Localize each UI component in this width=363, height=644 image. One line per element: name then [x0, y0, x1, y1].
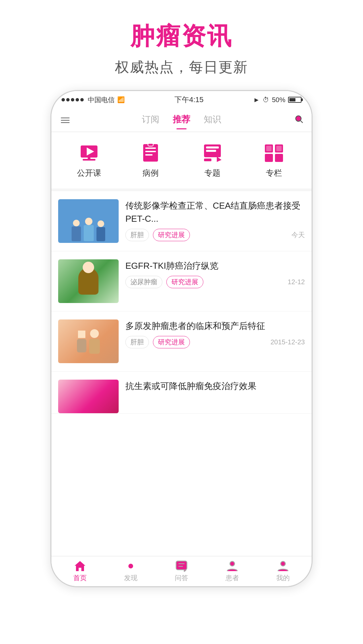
person-head-1 [73, 220, 80, 226]
phone-frame: 中国电信 📶 下午4:15 ► ⏱ 50% 订阅 推荐 知识 [50, 90, 313, 587]
news-meta-1: 肝胆 研究进展 今天 [125, 229, 305, 241]
mine-icon [276, 560, 290, 572]
column-label: 专栏 [266, 168, 282, 178]
news-title-2: EGFR-TKI肺癌治疗纵览 [125, 259, 305, 272]
category-column[interactable]: 专栏 [262, 142, 286, 178]
case-label: 病例 [143, 168, 159, 178]
patient-label: 患者 [226, 573, 239, 583]
news-item-2[interactable]: EGFR-TKI肺癌治疗纵览 泌尿肿瘤 研究进展 12-12 [51, 251, 312, 311]
bottom-nav-home[interactable]: 首页 [63, 560, 97, 583]
alarm-icon: ⏱ [263, 96, 269, 104]
news-title-1: 传统影像学检查正常、CEA结直肠癌患者接受PET-C... [125, 199, 305, 225]
battery-percent: 50% [272, 96, 285, 104]
news-item-3[interactable]: 多原发肿瘤患者的临床和预产后特征 肝胆 研究进展 2015-12-23 [51, 311, 312, 372]
page-title: 肿瘤资讯 [115, 20, 248, 52]
care-person-1 [77, 331, 86, 352]
signal-dot-2 [66, 98, 70, 101]
care-image [58, 319, 119, 363]
news-date-3: 2015-12-23 [271, 338, 305, 346]
news-content-2: EGFR-TKI肺癌治疗纵览 泌尿肿瘤 研究进展 12-12 [125, 259, 305, 288]
svg-rect-21 [276, 146, 282, 151]
column-icon [262, 142, 286, 164]
care-person-2 [89, 329, 100, 354]
news-list: 传统影像学检查正常、CEA结直肠癌患者接受PET-C... 肝胆 研究进展 今天… [51, 191, 312, 556]
food-image [58, 380, 119, 413]
topic-icon [200, 142, 225, 164]
bottom-nav-mine[interactable]: 我的 [266, 560, 300, 583]
svg-rect-23 [176, 561, 187, 570]
svg-rect-8 [145, 151, 156, 152]
opencourse-icon [77, 142, 101, 164]
svg-rect-5 [88, 158, 90, 160]
home-label: 首页 [73, 573, 87, 583]
tab-knowledge[interactable]: 知识 [204, 114, 221, 127]
news-meta-3: 肝胆 研究进展 2015-12-23 [125, 336, 305, 348]
carrier-label: 中国电信 [88, 95, 115, 104]
bottom-nav-ask[interactable]: 问答 [165, 560, 198, 583]
svg-rect-14 [206, 150, 216, 152]
case-icon [138, 142, 163, 164]
svg-marker-22 [75, 561, 85, 571]
svg-rect-18 [265, 154, 273, 162]
news-item-1[interactable]: 传统影像学检查正常、CEA结直肠癌患者接受PET-C... 肝胆 研究进展 今天 [51, 191, 312, 251]
person-1 [72, 220, 81, 241]
page-subtitle: 权威热点，每日更新 [115, 58, 248, 77]
person-head-3 [97, 220, 104, 227]
news-image-2 [58, 259, 119, 303]
svg-rect-13 [206, 146, 219, 148]
person-head-2 [85, 218, 92, 225]
news-title-4: 抗生素或可降低肿瘤免疫治疗效果 [125, 380, 305, 393]
svg-rect-19 [275, 154, 283, 162]
news-title-3: 多原发肿瘤患者的临床和预产后特征 [125, 319, 305, 333]
status-bar: 中国电信 📶 下午4:15 ► ⏱ 50% [51, 91, 312, 109]
discover-dot-icon [128, 564, 133, 568]
care-head-1 [78, 331, 85, 338]
bottom-nav-patient[interactable]: 患者 [215, 560, 249, 583]
tabs-center: 订阅 推荐 知识 [142, 114, 221, 127]
hamburger-line-2 [61, 120, 70, 121]
bottom-nav-discover[interactable]: 发现 [114, 560, 148, 583]
care-body-1 [77, 339, 86, 352]
news-image-4 [58, 380, 119, 413]
search-button[interactable] [294, 114, 304, 126]
svg-rect-10 [148, 143, 153, 146]
news-content-1: 传统影像学检查正常、CEA结直肠癌患者接受PET-C... 肝胆 研究进展 今天 [125, 199, 305, 241]
discover-icon [124, 560, 137, 572]
tag-urinary-2: 泌尿肿瘤 [125, 276, 162, 288]
news-item-4[interactable]: 抗生素或可降低肿瘤免疫治疗效果 [51, 372, 312, 414]
category-case[interactable]: 病例 [138, 142, 163, 178]
nav-tabs: 订阅 推荐 知识 [51, 109, 312, 132]
tag-research-2: 研究进展 [166, 276, 203, 288]
tag-liver-1: 肝胆 [125, 229, 149, 241]
mine-label: 我的 [276, 573, 290, 583]
svg-point-27 [281, 561, 285, 566]
signal-dot-5 [80, 98, 84, 101]
page-header: 肿瘤资讯 权威热点，每日更新 [115, 20, 248, 77]
category-opencourse[interactable]: 公开课 [77, 142, 101, 178]
tag-research-1: 研究进展 [153, 229, 190, 241]
news-date-2: 12-12 [288, 278, 305, 286]
hamburger-menu-button[interactable] [59, 116, 71, 124]
tab-subscribe[interactable]: 订阅 [142, 114, 159, 127]
svg-rect-20 [266, 146, 272, 151]
hamburger-line-3 [61, 122, 70, 123]
time-display: 下午4:15 [174, 95, 204, 105]
ask-label: 问答 [175, 573, 188, 583]
status-left: 中国电信 📶 [62, 95, 125, 104]
tab-recommend[interactable]: 推荐 [173, 114, 190, 127]
svg-rect-6 [143, 144, 158, 162]
woman-image [58, 259, 119, 303]
person-body-2 [84, 225, 94, 241]
news-content-4: 抗生素或可降低肿瘤免疫治疗效果 [125, 380, 305, 393]
woman-head [83, 262, 94, 273]
category-topic[interactable]: 专题 [200, 142, 225, 178]
wifi-icon: 📶 [117, 96, 125, 103]
svg-rect-9 [145, 154, 153, 156]
svg-point-26 [230, 561, 235, 566]
svg-rect-12 [204, 159, 211, 161]
person-2 [84, 218, 94, 241]
news-meta-2: 泌尿肿瘤 研究进展 12-12 [125, 276, 305, 288]
news-content-3: 多原发肿瘤患者的临床和预产后特征 肝胆 研究进展 2015-12-23 [125, 319, 305, 348]
location-icon: ► [253, 96, 260, 104]
person-body-3 [96, 227, 105, 241]
